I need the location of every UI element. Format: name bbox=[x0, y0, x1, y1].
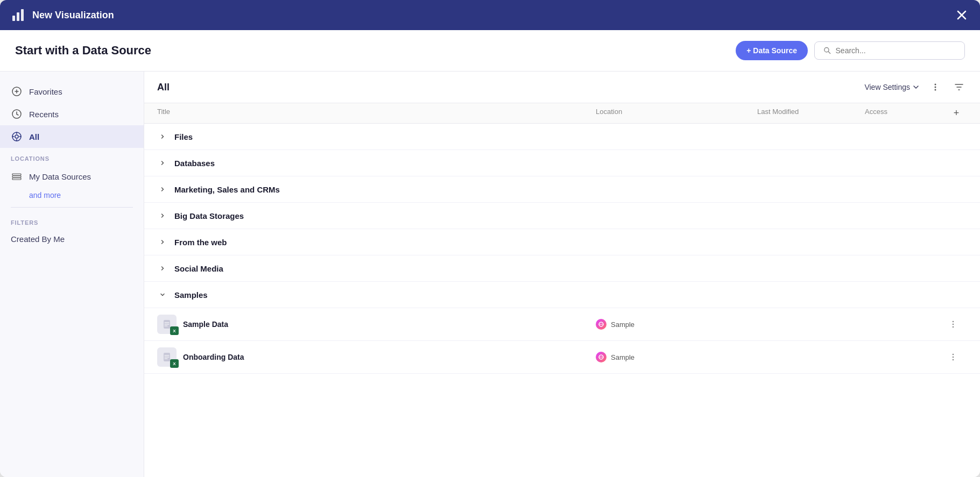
locations-section-label: LOCATIONS bbox=[0, 148, 144, 165]
onboarding-data-title: X Onboarding Data bbox=[157, 347, 596, 367]
and-more-link[interactable]: and more bbox=[0, 188, 144, 203]
category-samples-label: Samples bbox=[174, 290, 208, 300]
svg-rect-0 bbox=[12, 16, 15, 21]
svg-rect-9 bbox=[12, 176, 21, 177]
category-from-web[interactable]: From the web bbox=[144, 229, 980, 255]
modal: New Visualization Start with a Data Sour… bbox=[0, 0, 980, 477]
search-box bbox=[814, 41, 965, 60]
category-marketing[interactable]: Marketing, Sales and CRMs bbox=[144, 176, 980, 203]
category-social-media-label: Social Media bbox=[174, 264, 223, 273]
col-location: Location bbox=[596, 108, 757, 119]
svg-rect-2 bbox=[21, 9, 24, 21]
header: Start with a Data Source + Data Source bbox=[0, 30, 980, 72]
svg-point-12 bbox=[935, 87, 936, 88]
onboarding-data-more-button[interactable] bbox=[946, 350, 961, 365]
favorites-icon bbox=[11, 86, 23, 97]
category-big-data-label: Big Data Storages bbox=[174, 211, 244, 220]
search-icon bbox=[823, 46, 831, 55]
data-row-sample-data: X Sample Data Sample bbox=[144, 308, 980, 341]
created-by-me-label: Created By Me bbox=[11, 234, 65, 244]
col-title: Title bbox=[157, 108, 596, 119]
titlebar: New Visualization bbox=[0, 0, 980, 30]
svg-point-22 bbox=[953, 357, 954, 358]
category-databases[interactable]: Databases bbox=[144, 150, 980, 176]
category-big-data[interactable]: Big Data Storages bbox=[144, 203, 980, 229]
onboarding-data-location: Sample bbox=[596, 352, 757, 362]
sample-data-location-label: Sample bbox=[611, 321, 634, 329]
filter-button[interactable] bbox=[951, 79, 967, 95]
sidebar-item-all[interactable]: All bbox=[0, 125, 144, 148]
sidebar-item-recents[interactable]: Recents bbox=[0, 103, 144, 125]
app-icon bbox=[11, 8, 26, 23]
section-title: All bbox=[157, 82, 170, 93]
svg-point-21 bbox=[953, 354, 954, 355]
category-marketing-label: Marketing, Sales and CRMs bbox=[174, 185, 280, 194]
onboarding-data-location-label: Sample bbox=[611, 353, 634, 361]
toolbar-right: View Settings bbox=[864, 79, 967, 95]
recents-icon bbox=[11, 108, 23, 120]
chevron-databases-icon bbox=[157, 158, 168, 168]
chevron-samples-icon bbox=[157, 289, 168, 300]
titlebar-title: New Visualization bbox=[32, 10, 114, 21]
sidebar-item-favorites[interactable]: Favorites bbox=[0, 80, 144, 103]
svg-point-17 bbox=[953, 324, 954, 325]
header-title: Start with a Data Source bbox=[15, 44, 151, 58]
more-options-button[interactable] bbox=[927, 79, 943, 95]
sample-data-title: X Sample Data bbox=[157, 315, 596, 334]
category-social-media[interactable]: Social Media bbox=[144, 255, 980, 282]
my-data-sources-label: My Data Sources bbox=[29, 172, 91, 181]
filters-section-label: FILTERS bbox=[0, 212, 144, 229]
onboarding-data-name: Onboarding Data bbox=[183, 353, 244, 361]
svg-rect-8 bbox=[12, 174, 21, 175]
add-datasource-button[interactable]: + Data Source bbox=[736, 41, 808, 60]
sample-data-name: Sample Data bbox=[183, 320, 228, 329]
chevron-social-media-icon bbox=[157, 263, 168, 274]
sample-data-more-button[interactable] bbox=[946, 317, 961, 332]
table-body: Files Databases Marketing, Sales and CRM… bbox=[144, 124, 980, 477]
svg-point-13 bbox=[935, 89, 936, 91]
sidebar-separator bbox=[11, 207, 133, 208]
onboarding-location-icon bbox=[596, 352, 607, 362]
data-row-onboarding-data: X Onboarding Data Sample bbox=[144, 341, 980, 374]
svg-rect-1 bbox=[17, 12, 19, 21]
view-settings-button[interactable]: View Settings bbox=[864, 83, 920, 91]
main-content: All View Settings bbox=[144, 72, 980, 477]
onboarding-data-file-icon: X bbox=[157, 347, 177, 367]
chevron-down-icon bbox=[912, 83, 920, 91]
sample-location-icon bbox=[596, 319, 607, 330]
filter-icon bbox=[954, 82, 964, 92]
chevron-marketing-icon bbox=[157, 184, 168, 195]
col-access: Access bbox=[865, 108, 946, 119]
close-button[interactable] bbox=[954, 8, 969, 23]
category-samples[interactable]: Samples bbox=[144, 282, 980, 308]
chevron-from-web-icon bbox=[157, 237, 168, 247]
svg-point-23 bbox=[953, 359, 954, 361]
search-input[interactable] bbox=[836, 46, 956, 55]
all-icon bbox=[11, 131, 23, 143]
header-actions: + Data Source bbox=[736, 41, 965, 60]
svg-point-7 bbox=[15, 135, 18, 138]
all-label: All bbox=[29, 132, 39, 141]
svg-point-18 bbox=[953, 326, 954, 328]
svg-point-11 bbox=[935, 84, 936, 86]
sample-data-location: Sample bbox=[596, 319, 757, 330]
sidebar-item-my-data-sources[interactable]: My Data Sources bbox=[0, 165, 144, 188]
more-icon bbox=[930, 82, 940, 92]
category-databases-label: Databases bbox=[174, 159, 215, 168]
recents-label: Recents bbox=[29, 110, 59, 119]
svg-rect-10 bbox=[12, 178, 21, 180]
favorites-label: Favorites bbox=[29, 87, 62, 96]
sidebar: Favorites Recents bbox=[0, 72, 144, 477]
chevron-big-data-icon bbox=[157, 210, 168, 221]
view-settings-label: View Settings bbox=[864, 83, 910, 91]
category-files[interactable]: Files bbox=[144, 124, 980, 150]
main-toolbar: All View Settings bbox=[144, 72, 980, 103]
sidebar-filter-created-by-me[interactable]: Created By Me bbox=[0, 229, 144, 249]
content: Favorites Recents bbox=[0, 72, 980, 477]
col-add[interactable]: + bbox=[946, 108, 967, 119]
titlebar-left: New Visualization bbox=[11, 8, 114, 23]
category-from-web-label: From the web bbox=[174, 238, 227, 247]
chevron-files-icon bbox=[157, 131, 168, 142]
svg-point-16 bbox=[953, 321, 954, 323]
table-header: Title Location Last Modified Access + bbox=[144, 103, 980, 124]
